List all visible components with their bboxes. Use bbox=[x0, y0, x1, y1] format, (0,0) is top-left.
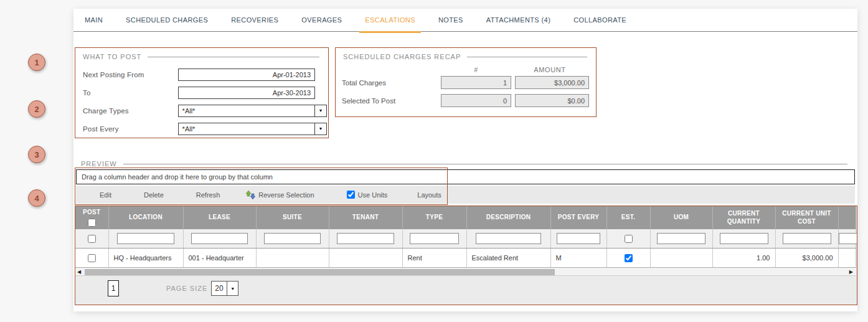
row-post-checkbox[interactable] bbox=[88, 254, 96, 262]
reverse-selection-icon bbox=[246, 190, 255, 200]
cell-overflow bbox=[838, 248, 856, 267]
grid-header-row: POST LOCATION LEASE SUITE TENANT TYPE DE… bbox=[75, 206, 856, 229]
column-header-current-quantity[interactable]: CURRENT QUANTITY bbox=[712, 206, 775, 229]
section-label: WHAT TO POST bbox=[83, 53, 141, 60]
title-rule bbox=[148, 57, 319, 57]
cell-current-quantity: 1.00 bbox=[712, 248, 775, 267]
column-header-lease[interactable]: LEASE bbox=[183, 206, 256, 229]
edit-button[interactable]: Edit bbox=[100, 191, 111, 199]
chevron-down-icon[interactable]: ▼ bbox=[314, 105, 326, 116]
section-label: SCHEDULED CHARGES RECAP bbox=[343, 53, 461, 60]
scroll-right-arrow-icon[interactable]: ▶ bbox=[849, 268, 853, 276]
tab-escalations[interactable]: ESCALATIONS bbox=[365, 9, 415, 32]
column-header-current-unit-cost[interactable]: CURRENT UNIT COST bbox=[775, 206, 838, 229]
column-header-post[interactable]: POST bbox=[75, 206, 108, 229]
cell-current-unit-cost: $3,000.00 bbox=[775, 248, 838, 267]
filter-est-checkbox[interactable] bbox=[625, 235, 633, 243]
tab-bar: MAIN SCHEDULED CHARGES RECOVERIES OVERAG… bbox=[73, 9, 857, 32]
filter-current-unit-cost-input[interactable] bbox=[783, 233, 831, 244]
use-units-toggle[interactable]: Use Units bbox=[347, 191, 388, 199]
filter-post-every-input[interactable] bbox=[557, 233, 600, 244]
scrollbar-thumb[interactable] bbox=[85, 269, 555, 275]
column-header-location[interactable]: LOCATION bbox=[108, 206, 183, 229]
row-est-checkbox[interactable] bbox=[625, 254, 633, 262]
escalations-panel: MAIN SCHEDULED CHARGES RECOVERIES OVERAG… bbox=[73, 9, 857, 311]
callout-4: 4 bbox=[28, 189, 45, 207]
filter-lease-input[interactable] bbox=[191, 233, 247, 244]
delete-button[interactable]: Delete bbox=[144, 191, 164, 199]
post-every-select[interactable]: *All* ▼ bbox=[178, 123, 327, 135]
what-to-post-title: WHAT TO POST bbox=[75, 48, 328, 60]
group-by-drop-zone[interactable]: Drag a column header and drop it here to… bbox=[76, 169, 855, 184]
column-header-est[interactable]: EST. bbox=[606, 206, 650, 229]
grid-data-row[interactable]: HQ - Headquarters 001 - Headquarter Rent… bbox=[75, 248, 856, 267]
use-units-checkbox[interactable] bbox=[347, 191, 355, 199]
preview-title: PREVIEW bbox=[81, 160, 847, 168]
scheduled-charges-recap-section: SCHEDULED CHARGES RECAP # AMOUNT Total C… bbox=[335, 47, 597, 117]
tab-collaborate[interactable]: COLLABORATE bbox=[573, 9, 626, 32]
selected-to-post-amount: $0.00 bbox=[515, 94, 589, 107]
cell-type: Rent bbox=[402, 248, 466, 267]
title-rule bbox=[467, 57, 587, 57]
layouts-button[interactable]: Layouts bbox=[417, 191, 441, 199]
column-header-suite[interactable]: SUITE bbox=[256, 206, 329, 229]
selected-to-post-label: Selected To Post bbox=[336, 97, 441, 105]
select-all-checkbox[interactable] bbox=[88, 219, 96, 227]
cell-lease: 001 - Headquarter bbox=[183, 248, 256, 267]
tab-notes[interactable]: NOTES bbox=[438, 9, 463, 32]
callout-1: 1 bbox=[28, 54, 45, 71]
grid-filter-row bbox=[75, 229, 856, 248]
filter-type-input[interactable] bbox=[410, 233, 460, 244]
page-size-select[interactable]: 20 ▼ bbox=[211, 281, 238, 296]
cell-uom bbox=[650, 248, 712, 267]
cell-description: Escalated Rent bbox=[466, 248, 550, 267]
page-size-value: 20 bbox=[212, 282, 227, 295]
column-header-tenant[interactable]: TENANT bbox=[329, 206, 402, 229]
charge-types-label: Charge Types bbox=[83, 107, 178, 115]
tab-overages[interactable]: OVERAGES bbox=[301, 9, 342, 32]
filter-current-quantity-input[interactable] bbox=[720, 233, 768, 244]
cell-post-every: M bbox=[550, 248, 606, 267]
filter-tenant-input[interactable] bbox=[337, 233, 394, 244]
column-header-overflow bbox=[838, 206, 856, 229]
filter-suite-input[interactable] bbox=[264, 233, 320, 244]
to-label: To bbox=[83, 89, 178, 97]
refresh-button[interactable]: Refresh bbox=[196, 191, 220, 199]
chevron-down-icon[interactable]: ▼ bbox=[314, 123, 326, 135]
selected-to-post-count: 0 bbox=[441, 94, 511, 107]
filter-description-input[interactable] bbox=[476, 233, 541, 244]
to-input[interactable]: Apr-30-2013 bbox=[178, 87, 315, 99]
preview-grid: POST LOCATION LEASE SUITE TENANT TYPE DE… bbox=[75, 206, 857, 305]
tab-attachments[interactable]: ATTACHMENTS (4) bbox=[486, 9, 550, 32]
grid-toolbar: Edit Delete Refresh Reverse Selection Us… bbox=[76, 186, 855, 204]
filter-post-checkbox[interactable] bbox=[88, 235, 96, 243]
column-header-type[interactable]: TYPE bbox=[402, 206, 466, 229]
section-label: PREVIEW bbox=[81, 160, 117, 168]
tab-scheduled-charges[interactable]: SCHEDULED CHARGES bbox=[126, 9, 208, 32]
recap-title: SCHEDULED CHARGES RECAP bbox=[336, 48, 596, 60]
chevron-down-icon[interactable]: ▼ bbox=[227, 282, 238, 295]
filter-location-input[interactable] bbox=[117, 233, 175, 244]
horizontal-scrollbar[interactable]: ◀ ▶ bbox=[75, 267, 856, 276]
column-header-uom[interactable]: UOM bbox=[650, 206, 712, 229]
total-charges-amount: $3,000.00 bbox=[515, 76, 589, 89]
next-posting-from-label: Next Posting From bbox=[83, 71, 178, 78]
next-posting-from-input[interactable]: Apr-01-2013 bbox=[178, 69, 315, 81]
callout-2: 2 bbox=[28, 100, 45, 118]
pager-bar: 1 PAGE SIZE 20 ▼ bbox=[75, 276, 857, 301]
cell-suite bbox=[256, 248, 329, 267]
charge-types-select[interactable]: *All* ▼ bbox=[178, 105, 327, 117]
tab-main[interactable]: MAIN bbox=[85, 9, 103, 32]
callout-3: 3 bbox=[28, 146, 45, 163]
column-header-post-every[interactable]: POST EVERY bbox=[550, 206, 606, 229]
filter-uom-input[interactable] bbox=[657, 233, 705, 244]
scroll-left-arrow-icon[interactable]: ◀ bbox=[77, 268, 81, 276]
page-size-label: PAGE SIZE bbox=[166, 285, 207, 292]
cell-location: HQ - Headquarters bbox=[108, 248, 183, 267]
column-header-description[interactable]: DESCRIPTION bbox=[466, 206, 550, 229]
tab-recoveries[interactable]: RECOVERIES bbox=[231, 9, 278, 32]
page-1-button[interactable]: 1 bbox=[108, 280, 119, 296]
use-units-label: Use Units bbox=[358, 191, 388, 199]
reverse-selection-button[interactable]: Reverse Selection bbox=[246, 190, 314, 200]
filter-overflow-input[interactable] bbox=[839, 233, 858, 244]
